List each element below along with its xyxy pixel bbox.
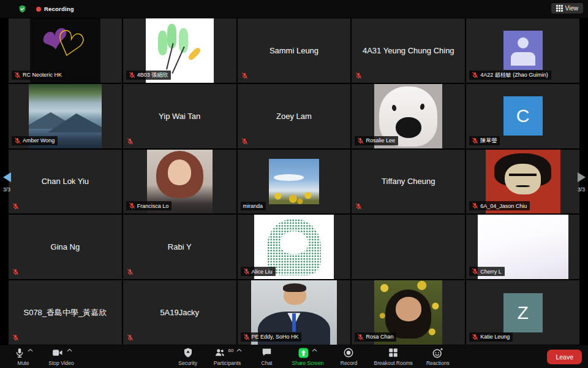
- participant-name-centered: Rabi Y: [164, 242, 195, 251]
- participant-tile[interactable]: Rosa Chan: [352, 280, 465, 345]
- chevron-up-icon[interactable]: [28, 348, 33, 352]
- participant-tile[interactable]: 4A31 Yeung Chung Ching: [352, 18, 465, 83]
- muted-mic-icon: [472, 137, 478, 144]
- toolbar-item-label: Breakout Rooms: [374, 360, 412, 366]
- next-page-button[interactable]: 3/3: [576, 172, 587, 193]
- toolbar-chat-button[interactable]: Chat: [250, 346, 284, 368]
- muted-mic-icon: [472, 334, 478, 340]
- muted-mic-icon: [127, 334, 134, 341]
- participant-tile[interactable]: S078_香島中學_黃嘉欣: [9, 280, 122, 345]
- recording-indicator: Recording: [36, 6, 74, 12]
- participant-tile[interactable]: PE Eddy, SoHo HK: [238, 280, 351, 345]
- participant-name-label: Amber Wong: [12, 136, 58, 145]
- participant-tile[interactable]: Rosalie Lee: [352, 84, 465, 148]
- muted-mic-icon: [241, 72, 248, 79]
- muted-mic-icon: [12, 269, 19, 275]
- muted-mic-icon: [243, 334, 250, 340]
- participant-name-centered: Zoey Lam: [273, 112, 315, 121]
- toolbar-breakout-rooms-button[interactable]: Breakout Rooms: [371, 346, 415, 368]
- toolbar-center-group: Security60ParticipantsChatShare ScreenRe…: [171, 346, 455, 368]
- chevron-up-icon[interactable]: [312, 348, 317, 352]
- toolbar-security-button[interactable]: Security: [171, 346, 205, 368]
- participant-tile[interactable]: 5A19Jacky: [123, 280, 236, 345]
- muted-mic-icon: [472, 72, 478, 79]
- toolbar-item-label: Record: [341, 360, 357, 366]
- toolbar-item-label: Stop Video: [48, 360, 74, 366]
- participant-name-label: Alice Liu: [241, 267, 276, 276]
- recording-label: Recording: [44, 6, 74, 12]
- participant-tile[interactable]: miranda: [238, 150, 351, 214]
- breakout-rooms-icon: [388, 347, 399, 361]
- toolbar-stop-video-button[interactable]: Stop Video: [44, 346, 78, 368]
- participant-name-label: Cherry L: [469, 267, 505, 276]
- participant-tile[interactable]: Amber Wong: [9, 84, 122, 148]
- participant-name-centered: Gina Ng: [47, 242, 84, 251]
- previous-page-button[interactable]: 3/3: [1, 172, 12, 193]
- participant-name-label: 4A22 趙桂敏 (Zhao Guimin): [469, 71, 551, 80]
- toolbar-record-button[interactable]: Record: [331, 346, 366, 368]
- participants-count-badge: 60: [228, 348, 234, 353]
- muted-mic-icon: [129, 202, 135, 209]
- participant-tile[interactable]: Tiffany Cheung: [352, 150, 465, 214]
- muted-mic-icon: [472, 268, 478, 275]
- participant-tile[interactable]: Yip Wai Tan: [123, 84, 236, 148]
- muted-mic-icon: [12, 203, 19, 210]
- chat-icon: [261, 347, 273, 360]
- toolbar-item-label: Reactions: [426, 360, 450, 366]
- muted-mic-icon: [127, 269, 134, 275]
- toolbar-item-label: Participants: [214, 360, 241, 366]
- muted-mic-icon: [357, 137, 364, 144]
- toolbar-reactions-button[interactable]: Reactions: [421, 346, 455, 368]
- muted-mic-icon: [357, 334, 364, 340]
- participant-tile[interactable]: C陳草瑩: [466, 84, 579, 148]
- participant-name-label: 6A_04_Jason Chiu: [469, 201, 530, 210]
- participant-name-label: PE Eddy, SoHo HK: [241, 332, 302, 342]
- participant-name-centered: Sammi Leung: [266, 46, 322, 55]
- muted-mic-icon: [243, 268, 250, 275]
- participant-tile[interactable]: Sammi Leung: [238, 18, 351, 83]
- muted-mic-icon: [241, 138, 248, 145]
- participant-name-centered: Yip Wai Tan: [155, 112, 204, 121]
- participant-tile[interactable]: RC Neoteric HK: [9, 18, 122, 83]
- participant-avatar-icon: C: [503, 96, 543, 136]
- muted-mic-icon: [127, 138, 134, 145]
- participant-tile[interactable]: Rabi Y: [123, 215, 236, 279]
- participant-tile[interactable]: Francisca Lo: [123, 150, 236, 214]
- video-icon: [51, 347, 64, 361]
- participants-icon: [213, 347, 227, 361]
- muted-mic-icon: [355, 72, 362, 79]
- participant-tile[interactable]: Gina Ng: [9, 215, 122, 279]
- meeting-secure-shield-icon: [18, 5, 26, 13]
- muted-mic-icon: [12, 334, 19, 341]
- participant-tile[interactable]: Alice Liu: [238, 215, 351, 279]
- participant-name-label: 陳草瑩: [469, 136, 500, 145]
- chevron-up-icon[interactable]: [236, 348, 242, 352]
- muted-mic-icon: [472, 202, 478, 209]
- view-button[interactable]: View: [551, 3, 584, 13]
- participant-tile[interactable]: Cherry L: [466, 215, 579, 279]
- participant-tile[interactable]: 6A_04_Jason Chiu: [466, 150, 579, 214]
- toolbar-item-label: Share Screen: [292, 360, 324, 366]
- participant-avatar-icon: [503, 31, 543, 70]
- gallery-grid: RC Neoteric HK4B03 張細欣Sammi Leung4A31 Ye…: [0, 18, 588, 345]
- participant-avatar-icon: Z: [503, 293, 543, 332]
- view-button-label: View: [565, 5, 579, 12]
- participant-tile[interactable]: 4A22 趙桂敏 (Zhao Guimin): [466, 18, 579, 83]
- chevron-up-icon[interactable]: [67, 348, 72, 352]
- muted-mic-icon: [14, 72, 21, 79]
- participant-name-centered: 4A31 Yeung Chung Ching: [359, 46, 458, 55]
- leave-button[interactable]: Leave: [547, 350, 582, 364]
- shield-icon: [183, 347, 194, 361]
- participant-tile[interactable]: ZKatie Leung: [466, 280, 579, 345]
- participant-name-label: miranda: [241, 202, 266, 210]
- participant-tile[interactable]: 4B03 張細欣: [123, 18, 236, 83]
- participant-name-label: 4B03 張細欣: [126, 71, 172, 80]
- participant-tile[interactable]: Zoey Lam: [238, 84, 351, 148]
- next-page-arrow-icon: [578, 172, 586, 182]
- participant-tile[interactable]: Chan Lok Yiu: [9, 150, 122, 214]
- participant-name-centered: 5A19Jacky: [156, 308, 203, 317]
- toolbar-share-screen-button[interactable]: Share Screen: [289, 346, 327, 368]
- toolbar-participants-button[interactable]: 60Participants: [210, 346, 245, 368]
- toolbar-mute-button[interactable]: Mute: [6, 346, 40, 368]
- toolbar-item-label: Mute: [18, 360, 29, 366]
